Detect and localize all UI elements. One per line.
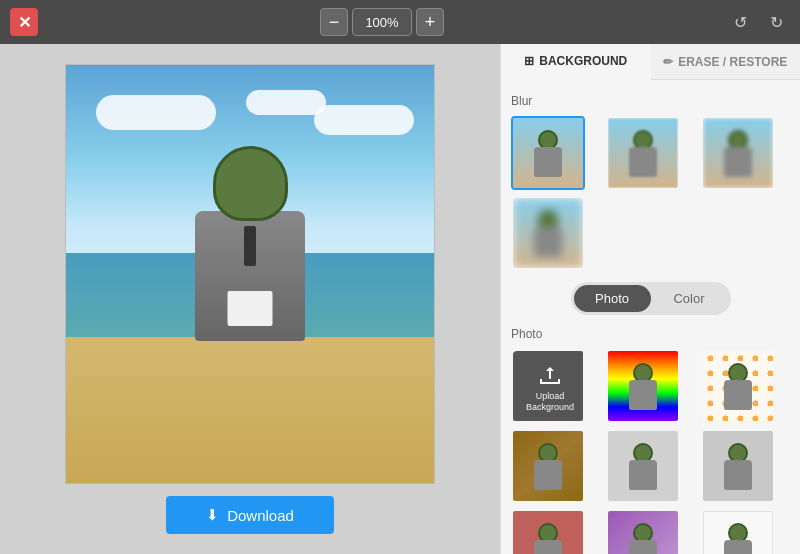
panel-content: Blur [501, 80, 800, 554]
toggle-photo-button[interactable]: Photo [574, 285, 651, 312]
mini-char-2 [724, 130, 752, 180]
char-paper [228, 291, 273, 326]
bg-white-preview [703, 511, 773, 554]
redo-button[interactable]: ↻ [762, 8, 790, 36]
bg-gray1-item[interactable] [606, 429, 680, 503]
zoom-out-button[interactable]: − [320, 8, 348, 36]
char-head [213, 146, 288, 221]
canvas-image [65, 64, 435, 484]
toggle-color-button[interactable]: Color [651, 285, 728, 312]
canvas-area: ⬇ Download [0, 44, 500, 554]
photo-color-toggle: Photo Color [571, 282, 731, 315]
blur-thumb-heavy[interactable] [511, 196, 585, 270]
character [185, 146, 315, 366]
mini-body-3 [534, 227, 562, 257]
mini-char-wood [534, 443, 562, 493]
mini-body-r [629, 380, 657, 410]
upload-bg-label: UploadBackground [526, 391, 574, 413]
blur-preview-1 [608, 118, 678, 188]
bg-wood-preview [513, 431, 583, 501]
bg-rainbow-item[interactable] [606, 349, 680, 423]
eraser-icon: ✏ [663, 55, 673, 69]
top-bar: ✕ − + ↺ ↻ [0, 0, 800, 44]
bg-brick-preview [513, 511, 583, 554]
bg-wood-item[interactable] [511, 429, 585, 503]
zoom-input[interactable] [352, 8, 412, 36]
char-body [195, 211, 305, 341]
redo-icon: ↻ [770, 13, 783, 32]
blur-preview-3 [513, 198, 583, 268]
mini-body-p [724, 380, 752, 410]
download-label: Download [227, 507, 294, 524]
bg-white-item[interactable] [701, 509, 775, 554]
mini-char-wh [724, 523, 752, 554]
undo-button[interactable]: ↺ [726, 8, 754, 36]
cloud-2 [246, 90, 326, 115]
bg-polka-preview [703, 351, 773, 421]
blur-section-label: Blur [511, 94, 790, 108]
mini-char-rainbow [629, 363, 657, 413]
bg-purple-preview [608, 511, 678, 554]
cloud-1 [96, 95, 216, 130]
bg-brick-item[interactable] [511, 509, 585, 554]
mini-char-g2 [724, 443, 752, 493]
download-button[interactable]: ⬇ Download [166, 496, 334, 534]
bg-polka-item[interactable] [701, 349, 775, 423]
mini-char-0 [534, 130, 562, 180]
mini-body-wh [724, 540, 752, 554]
upload-bg-button[interactable]: UploadBackground [513, 351, 585, 423]
photo-section-label: Photo [511, 327, 790, 341]
panel-tabs: ⊞ BACKGROUND ✏ ERASE / RESTORE [501, 44, 800, 80]
download-icon: ⬇ [206, 506, 219, 524]
close-icon: ✕ [18, 13, 31, 32]
layers-icon: ⊞ [524, 54, 534, 68]
blur-preview-0 [513, 118, 583, 188]
photo-grid: UploadBackground [511, 349, 790, 554]
mini-char-1 [629, 130, 657, 180]
upload-bg-item[interactable]: UploadBackground [511, 349, 585, 423]
mini-body-1 [629, 147, 657, 177]
bg-purple-item[interactable] [606, 509, 680, 554]
mini-char-br [534, 523, 562, 554]
undo-icon: ↺ [734, 13, 747, 32]
blur-thumb-light[interactable] [606, 116, 680, 190]
mini-char-pu [629, 523, 657, 554]
blur-grid [511, 116, 790, 270]
mini-body-g1 [629, 460, 657, 490]
mini-body-w [534, 460, 562, 490]
mini-body-0 [534, 147, 562, 177]
bg-gray1-preview [608, 431, 678, 501]
main-content: ⬇ Download ⊞ BACKGROUND ✏ ERASE / RESTOR… [0, 44, 800, 554]
bg-gray2-preview [703, 431, 773, 501]
upload-icon [538, 363, 562, 387]
mini-char-g1 [629, 443, 657, 493]
tab-background[interactable]: ⊞ BACKGROUND [501, 44, 651, 80]
tab-background-label: BACKGROUND [539, 54, 627, 68]
tab-erase-restore[interactable]: ✏ ERASE / RESTORE [651, 44, 801, 79]
mini-char-3 [534, 210, 562, 260]
download-area: ⬇ Download [166, 496, 334, 534]
bg-gray2-item[interactable] [701, 429, 775, 503]
minus-icon: − [329, 12, 340, 33]
mini-body-g2 [724, 460, 752, 490]
blur-thumb-none[interactable] [511, 116, 585, 190]
mini-body-2 [724, 147, 752, 177]
char-tie [244, 226, 256, 266]
zoom-in-button[interactable]: + [416, 8, 444, 36]
blur-thumb-medium[interactable] [701, 116, 775, 190]
plus-icon: + [425, 12, 436, 33]
mini-body-pu [629, 540, 657, 554]
mini-body-br [534, 540, 562, 554]
mini-char-polka [724, 363, 752, 413]
blur-preview-2 [703, 118, 773, 188]
zoom-controls: − + [320, 8, 444, 36]
tab-erase-label: ERASE / RESTORE [678, 55, 787, 69]
close-button[interactable]: ✕ [10, 8, 38, 36]
bg-rainbow-preview [608, 351, 678, 421]
right-panel: ⊞ BACKGROUND ✏ ERASE / RESTORE Blur [500, 44, 800, 554]
cloud-3 [314, 105, 414, 135]
